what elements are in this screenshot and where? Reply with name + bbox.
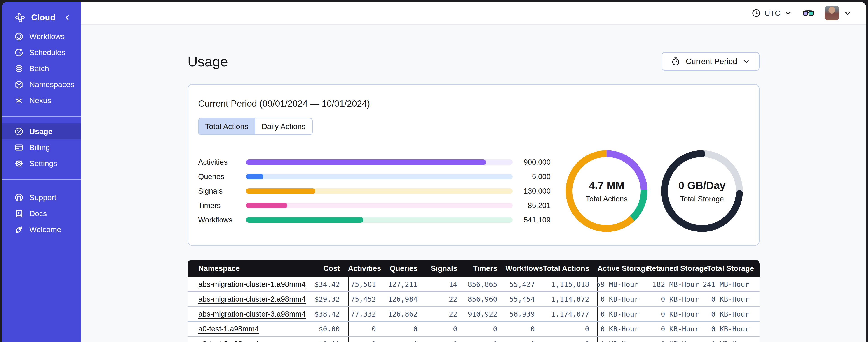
sidebar-item-label: Billing bbox=[29, 143, 50, 152]
column-header: Active Storage bbox=[597, 264, 647, 273]
namespace-link[interactable]: a0-test-2.a98mm4 bbox=[198, 340, 259, 342]
sidebar-item-batch[interactable]: Batch bbox=[2, 61, 81, 76]
sidebar-item-label: Schedules bbox=[29, 48, 65, 57]
value-cell: 0 KB-Hour bbox=[597, 322, 647, 336]
workflows-icon bbox=[14, 32, 24, 41]
bar-label: Activities bbox=[198, 158, 246, 167]
value-cell: 58,939 bbox=[505, 307, 543, 321]
sidebar-item-settings[interactable]: Settings bbox=[2, 156, 81, 171]
value-cell: 182 MB-Hour bbox=[647, 277, 707, 292]
batch-layers-icon bbox=[14, 64, 24, 73]
value-cell: $38.42 bbox=[305, 307, 348, 321]
schedules-icon bbox=[14, 47, 24, 58]
namespace-usage-table: NamespaceCostActivitiesQueriesSignalsTim… bbox=[188, 260, 760, 342]
bar-row-workflows: Workflows 541,109 bbox=[198, 217, 551, 223]
bar-value: 5,000 bbox=[513, 172, 551, 181]
support-lifebuoy-icon bbox=[14, 193, 24, 203]
actions-bar-chart: Activities 900,000 Queries 5,000 Signals bbox=[198, 159, 551, 223]
app-window: Cloud Workflows Schedules Batch bbox=[2, 2, 866, 342]
timezone-label: UTC bbox=[765, 9, 780, 18]
sidebar-item-schedules[interactable]: Schedules bbox=[2, 44, 81, 61]
donut-label: Total Storage bbox=[680, 195, 724, 203]
chevron-down-icon bbox=[784, 9, 792, 17]
bar-value: 541,109 bbox=[513, 216, 551, 224]
bar-value: 85,201 bbox=[513, 201, 551, 210]
docs-book-icon bbox=[14, 209, 24, 218]
table-header-row: NamespaceCostActivitiesQueriesSignalsTim… bbox=[188, 260, 760, 277]
bar-track bbox=[246, 189, 513, 194]
value-cell: 0 bbox=[543, 337, 597, 342]
sidebar-item-docs[interactable]: Docs bbox=[2, 206, 81, 221]
value-cell: 1,115,018 bbox=[543, 277, 597, 292]
timezone-selector[interactable]: UTC bbox=[751, 8, 792, 18]
column-header: Retained Storage bbox=[647, 264, 707, 273]
column-header: Cost bbox=[305, 264, 348, 273]
bar-track bbox=[246, 217, 513, 223]
value-cell: 55,454 bbox=[505, 292, 543, 306]
value-cell: 0 KB-Hour bbox=[707, 337, 757, 342]
value-cell: 126,984 bbox=[384, 292, 426, 306]
value-cell: 0 KB-Hour bbox=[647, 307, 707, 321]
value-cell: 75,501 bbox=[348, 277, 384, 292]
value-cell: 0 bbox=[426, 337, 465, 342]
value-cell: 0 KB-Hour bbox=[597, 292, 647, 306]
bar-label: Timers bbox=[198, 201, 246, 210]
value-cell: 0 KB-Hour bbox=[597, 307, 647, 321]
period-select-button[interactable]: Current Period bbox=[661, 52, 760, 71]
sidebar-item-usage[interactable]: Usage bbox=[2, 124, 81, 139]
sidebar-collapse-button[interactable] bbox=[63, 13, 72, 22]
donut-label: Total Actions bbox=[586, 195, 627, 203]
topbar: UTC bbox=[81, 2, 866, 25]
tab-total-actions[interactable]: Total Actions bbox=[199, 118, 255, 134]
period-button-label: Current Period bbox=[686, 57, 737, 66]
welcome-rocket-icon bbox=[14, 225, 24, 235]
sidebar-item-label: Support bbox=[29, 193, 56, 202]
sidebar-item-support[interactable]: Support bbox=[2, 190, 81, 206]
namespace-link[interactable]: abs-migration-cluster-2.a98mm4 bbox=[198, 295, 306, 303]
value-cell: 126,862 bbox=[384, 307, 426, 321]
namespace-cell: abs-migration-cluster-1.a98mm4 bbox=[188, 277, 305, 292]
sidebar-item-billing[interactable]: Billing bbox=[2, 139, 81, 156]
column-header: Signals bbox=[426, 264, 465, 273]
bar-track bbox=[246, 174, 513, 179]
3d-glasses-icon[interactable] bbox=[802, 8, 815, 18]
bar-label: Queries bbox=[198, 172, 246, 181]
nexus-asterisk-icon bbox=[14, 96, 24, 106]
usage-gauge-icon bbox=[14, 127, 24, 136]
sidebar: Cloud Workflows Schedules Batch bbox=[2, 2, 81, 342]
value-cell: 59 MB-Hour bbox=[597, 277, 647, 292]
avatar bbox=[825, 6, 839, 20]
sidebar-divider bbox=[2, 179, 81, 179]
main-column: UTC Usage Current Per bbox=[81, 2, 866, 342]
namespace-link[interactable]: abs-migration-cluster-3.a98mm4 bbox=[198, 310, 306, 318]
sidebar-item-namespaces[interactable]: Namespaces bbox=[2, 76, 81, 93]
tab-daily-actions[interactable]: Daily Actions bbox=[255, 118, 312, 134]
user-menu[interactable] bbox=[825, 6, 852, 20]
bar-value: 900,000 bbox=[513, 158, 551, 167]
sidebar-item-workflows[interactable]: Workflows bbox=[2, 28, 81, 44]
bar-row-activities: Activities 900,000 bbox=[198, 159, 551, 165]
namespace-link[interactable]: abs-migration-cluster-1.a98mm4 bbox=[198, 280, 306, 288]
sidebar-item-welcome[interactable]: Welcome bbox=[2, 221, 81, 238]
value-cell: 0 KB-Hour bbox=[597, 337, 647, 342]
column-header: Timers bbox=[465, 264, 505, 273]
value-cell: 22 bbox=[426, 292, 465, 306]
value-cell: 0 bbox=[426, 322, 465, 336]
total-actions-donut: 4.7 MM Total Actions bbox=[565, 149, 648, 233]
value-cell: 0 bbox=[348, 322, 384, 336]
namespace-cell: abs-migration-cluster-2.a98mm4 bbox=[188, 292, 305, 306]
brand-label: Cloud bbox=[31, 13, 55, 22]
sidebar-item-label: Docs bbox=[29, 209, 47, 218]
bar-track bbox=[246, 203, 513, 208]
value-cell: 0 KB-Hour bbox=[707, 292, 757, 306]
column-header: Total Storage bbox=[707, 264, 757, 273]
chevron-down-icon bbox=[742, 57, 750, 65]
bar-row-queries: Queries 5,000 bbox=[198, 174, 551, 179]
namespace-link[interactable]: a0-test-1.a98mm4 bbox=[198, 324, 259, 333]
value-cell: 0 KB-Hour bbox=[707, 307, 757, 321]
sidebar-item-label: Batch bbox=[29, 64, 49, 73]
value-cell: $0.00 bbox=[305, 322, 348, 336]
bar-label: Signals bbox=[198, 187, 246, 195]
sidebar-item-nexus[interactable]: Nexus bbox=[2, 93, 81, 108]
table-row: a0-test-2.a98mm4$0.000000000 KB-Hour0 KB… bbox=[188, 337, 760, 342]
